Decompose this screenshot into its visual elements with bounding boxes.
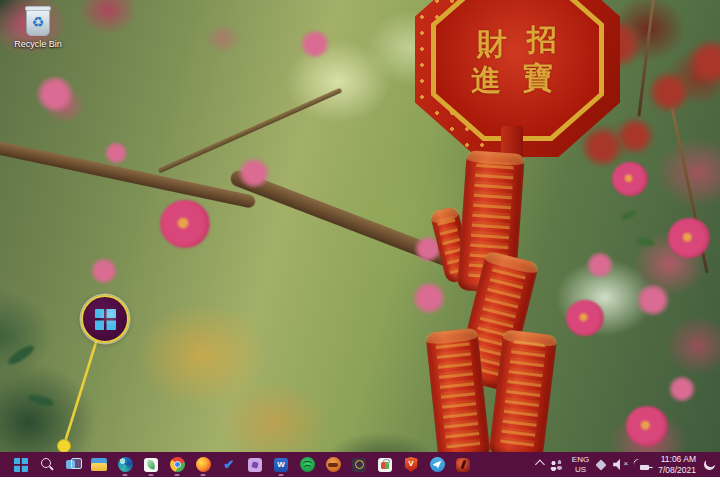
teams-chat-button[interactable] (550, 452, 564, 477)
language-line1: ENG (572, 455, 589, 465)
edge-icon (118, 457, 133, 472)
blossom-flower (612, 162, 648, 196)
store-icon (378, 458, 392, 472)
word-letter: W (277, 461, 285, 469)
task-view-button[interactable] (65, 452, 81, 477)
store-button[interactable] (377, 452, 393, 477)
blossom-flower (300, 30, 330, 58)
lantern-character: 進 (471, 60, 501, 101)
orange-app-icon (326, 457, 341, 472)
taskbar-pinned-apps: ✔ W V (0, 452, 471, 477)
blossom-flower (160, 200, 210, 248)
windows-logo-icon (95, 309, 116, 330)
running-indicator (201, 474, 206, 476)
start-button-callout-circle (81, 295, 129, 343)
diamond-icon (596, 459, 607, 470)
pinned-app-orange-button[interactable] (325, 452, 341, 477)
running-indicator (279, 474, 284, 476)
firefox-button[interactable] (195, 452, 211, 477)
edge-browser-button[interactable] (117, 452, 133, 477)
blossom-flower (238, 158, 270, 188)
blossom-flower (36, 76, 74, 112)
spotify-button[interactable] (299, 452, 315, 477)
blossom-flower (668, 218, 710, 258)
recycle-bin-label: Recycle Bin (6, 39, 70, 49)
spotify-icon (300, 457, 315, 472)
recycle-arrows-icon (32, 15, 45, 29)
people-icon (550, 459, 564, 471)
running-indicator (175, 474, 180, 476)
todo-app-button[interactable]: ✔ (221, 452, 237, 477)
hidden-icons-chevron[interactable] (535, 452, 542, 477)
blossom-flower-dark (582, 128, 622, 166)
blossom-flower (412, 282, 446, 314)
antivirus-shield-button[interactable]: V (403, 452, 419, 477)
tray-date: 7/08/2021 (658, 465, 696, 476)
telegram-icon (430, 457, 445, 472)
firefox-icon (196, 457, 211, 472)
clock[interactable]: 11:06 AM 7/08/2021 (658, 452, 696, 477)
blossom-flower (626, 406, 668, 446)
tray-diamond-button[interactable] (597, 452, 605, 477)
lantern-character: 招 (527, 20, 557, 61)
search-button[interactable] (39, 452, 55, 477)
recycle-bin-icon (26, 8, 50, 36)
network-battery-icon (635, 459, 650, 470)
system-tray: ENG US × 11:06 AM 7/08/2021 (535, 452, 720, 477)
focus-assist-button[interactable] (704, 452, 715, 477)
word-icon: W (274, 458, 288, 472)
running-indicator (149, 474, 154, 476)
chrome-icon (170, 457, 185, 472)
recycle-bin-desktop-icon[interactable]: Recycle Bin (6, 8, 70, 49)
search-icon (41, 458, 54, 471)
blossom-flower (104, 142, 128, 164)
checkmark-icon: ✔ (224, 458, 235, 471)
blossom-flower (586, 252, 614, 278)
pinned-app-red-button[interactable] (455, 452, 471, 477)
lilac-app-icon (248, 458, 262, 472)
windows-start-icon (14, 458, 28, 472)
notes-app-button[interactable] (143, 452, 159, 477)
red-app-icon (456, 458, 470, 472)
start-button[interactable] (13, 452, 29, 477)
running-indicator (123, 474, 128, 476)
windows-11-desktop: 招 財 進 寶 Recycle Bin ✔ (0, 0, 720, 480)
mute-x-glyph: × (624, 460, 629, 468)
speaker-muted-icon: × (613, 459, 627, 471)
telegram-button[interactable] (429, 452, 445, 477)
word-button[interactable]: W (273, 452, 289, 477)
blossom-flower (636, 284, 670, 316)
blossom-flower-dark (648, 72, 690, 112)
quill-notes-icon (144, 458, 158, 472)
lantern-character: 財 (477, 24, 507, 65)
file-explorer-button[interactable] (91, 452, 107, 477)
pinned-app-gold-ring-button[interactable] (351, 452, 367, 477)
lantern-character: 寶 (523, 58, 553, 99)
moon-icon (703, 458, 716, 471)
language-line2: US (572, 465, 589, 475)
task-view-icon (66, 458, 81, 471)
language-indicator[interactable]: ENG US (572, 452, 589, 477)
blossom-flower (90, 258, 118, 284)
taskbar: ✔ W V ENG US × (0, 452, 720, 477)
chevron-up-icon (535, 460, 545, 470)
blossom-flower (566, 300, 604, 336)
tray-time: 11:06 AM (658, 454, 696, 465)
network-battery-button[interactable] (635, 452, 650, 477)
blossom-flower (668, 376, 696, 402)
volume-button[interactable]: × (613, 452, 627, 477)
gold-ring-app-icon (352, 458, 366, 472)
folder-icon (91, 458, 107, 471)
chrome-button[interactable] (169, 452, 185, 477)
shield-icon: V (405, 457, 418, 472)
pinned-app-lilac-button[interactable] (247, 452, 263, 477)
shield-letter: V (408, 460, 413, 468)
